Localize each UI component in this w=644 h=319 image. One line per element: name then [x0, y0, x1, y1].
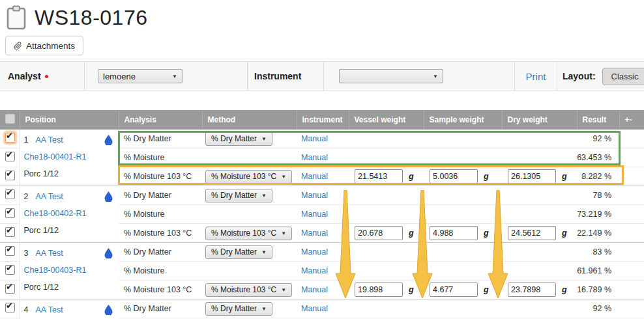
caret-down-icon: ▼: [281, 230, 286, 236]
result-value: 22.149 %: [577, 224, 619, 243]
sample-id-link[interactable]: Che18-00402-R1: [24, 209, 87, 218]
analysis-name: % Moisture 103 °C: [119, 224, 202, 243]
worksheet-table-wrap: Position Analysis Method Instrument Vess…: [0, 110, 644, 319]
position-cell: 4AA TestChe18-00404-R1: [20, 299, 119, 319]
unit-label: g: [409, 285, 414, 294]
method-dropdown[interactable]: % Dry Matter▼: [205, 189, 272, 202]
row-checkbox[interactable]: ✔: [5, 171, 15, 180]
row-checkbox[interactable]: ✔: [5, 303, 15, 312]
instrument-link[interactable]: Manual: [301, 134, 328, 143]
row-checkbox[interactable]: ✔: [5, 152, 15, 161]
vessel-weight-input[interactable]: [355, 169, 403, 184]
caret-down-icon: ▼: [261, 249, 267, 255]
dry-weight-input[interactable]: [508, 226, 556, 240]
result-value: 73.219 %: [577, 205, 619, 224]
instrument-link[interactable]: Manual: [301, 210, 328, 219]
row-checkbox[interactable]: ✔: [5, 133, 15, 143]
method-dropdown-value: % Moisture 103 °C: [211, 172, 276, 181]
position-number: 4: [24, 301, 31, 318]
select-all-checkbox[interactable]: [5, 114, 15, 124]
unit-label: g: [409, 172, 414, 181]
sample-name-link[interactable]: AA Test: [36, 249, 63, 258]
header-dry-weight: Dry weight: [502, 110, 577, 130]
add-remove-cell: [619, 167, 644, 186]
result-value: 92 %: [577, 299, 619, 318]
sample-block: ✔4AA TestChe18-00404-R1% Dry Matter% Dry…: [0, 299, 644, 319]
result-value: 83 %: [577, 243, 619, 262]
sample-weight-input[interactable]: [430, 283, 478, 297]
method-dropdown[interactable]: % Dry Matter▼: [205, 132, 272, 146]
position-cell: 2AA TestChe18-00402-R1Porc 1/12: [20, 186, 119, 243]
check-icon: ✔: [6, 169, 13, 178]
analysis-name: % Moisture 103 °C: [119, 167, 202, 186]
method-dropdown[interactable]: % Moisture 103 °C▼: [205, 283, 292, 297]
instrument-link[interactable]: Manual: [301, 229, 328, 238]
unit-label: g: [562, 229, 567, 238]
dry-weight-input[interactable]: [508, 169, 556, 184]
add-remove-cell: [619, 262, 644, 281]
instrument-link[interactable]: Manual: [301, 304, 328, 313]
instrument-link[interactable]: Manual: [301, 172, 328, 181]
analysis-row: ✔2AA TestChe18-00402-R1Porc 1/12% Dry Ma…: [0, 186, 644, 205]
instrument-link[interactable]: Manual: [301, 285, 328, 294]
analyst-select[interactable]: lemoene ▼: [98, 69, 183, 83]
layout-label: Layout:: [563, 71, 596, 81]
table-header: Position Analysis Method Instrument Vess…: [0, 110, 644, 130]
sample-name-link[interactable]: AA Test: [36, 305, 63, 314]
sample-block: ✔2AA TestChe18-00402-R1Porc 1/12% Dry Ma…: [0, 186, 644, 243]
method-dropdown-value: % Moisture 103 °C: [211, 285, 276, 294]
row-checkbox[interactable]: ✔: [5, 189, 15, 199]
unit-label: g: [562, 285, 567, 294]
row-checkbox[interactable]: ✔: [5, 227, 15, 237]
method-dropdown[interactable]: % Dry Matter▼: [205, 245, 272, 259]
analysis-name: % Moisture: [119, 262, 202, 281]
sample-weight-input[interactable]: [430, 226, 478, 240]
method-dropdown[interactable]: % Dry Matter▼: [205, 302, 272, 316]
sample-name-link[interactable]: AA Test: [36, 192, 63, 201]
instrument-select[interactable]: ▼: [339, 69, 443, 83]
result-value: 92 %: [577, 130, 619, 148]
attachments-button[interactable]: Attachments: [5, 36, 83, 55]
caret-down-icon: ▼: [261, 193, 267, 199]
page-title: WS18-0176: [35, 6, 147, 30]
result-value: 16.789 %: [577, 281, 619, 299]
instrument-link[interactable]: Manual: [301, 153, 328, 162]
instrument-link[interactable]: Manual: [301, 191, 328, 200]
add-remove-cell: [619, 130, 644, 148]
clipboard-icon: [7, 5, 26, 30]
method-dropdown[interactable]: % Moisture 103 °C▼: [205, 227, 292, 240]
unit-label: g: [484, 285, 489, 294]
row-checkbox[interactable]: ✔: [5, 246, 15, 256]
layout-classic-button[interactable]: Classic: [602, 68, 644, 85]
position-number: 2: [24, 188, 31, 205]
sample-weight-input[interactable]: [430, 169, 478, 184]
row-checkbox[interactable]: ✔: [5, 208, 15, 218]
method-dropdown[interactable]: % Moisture 103 °C▼: [205, 170, 292, 184]
unit-label: g: [409, 229, 414, 238]
instrument-link[interactable]: Manual: [301, 266, 328, 275]
analysis-name: % Moisture: [119, 148, 202, 167]
analysis-name: % Dry Matter: [119, 299, 202, 318]
check-icon: ✔: [6, 226, 13, 234]
add-remove-cell: [619, 186, 644, 205]
instrument-link[interactable]: Manual: [301, 247, 328, 257]
sample-block: ✔3AA TestChe18-00403-R1Porc 1/12% Dry Ma…: [0, 243, 644, 299]
row-checkbox[interactable]: ✔: [5, 265, 15, 275]
dry-weight-input[interactable]: [508, 283, 556, 297]
row-checkbox[interactable]: ✔: [5, 284, 15, 294]
print-link[interactable]: Print: [526, 71, 546, 82]
add-remove-cell: [619, 224, 644, 243]
method-dropdown-value: % Dry Matter: [211, 247, 257, 257]
paperclip-icon: [14, 42, 22, 50]
check-icon: ✔: [6, 150, 13, 159]
sample-id-link[interactable]: Che18-00401-R1: [24, 152, 87, 161]
instrument-label: Instrument: [254, 71, 301, 81]
header-method: Method: [202, 110, 297, 130]
position-number: 1: [24, 132, 31, 148]
sample-name-link[interactable]: AA Test: [36, 135, 63, 145]
vessel-weight-input[interactable]: [355, 226, 403, 240]
sample-id-link[interactable]: Che18-00403-R1: [24, 266, 87, 275]
unit-label: g: [484, 172, 489, 181]
print-cell: Print: [515, 62, 557, 90]
vessel-weight-input[interactable]: [355, 283, 403, 297]
